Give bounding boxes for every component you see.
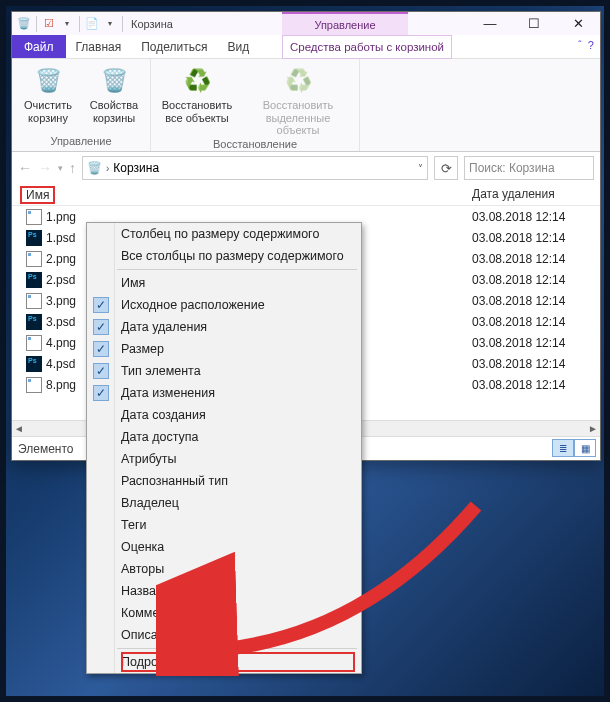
maximize-button[interactable]: ☐ (512, 12, 556, 35)
address-bar[interactable]: 🗑️ › Корзина ˅ (82, 156, 428, 180)
search-input[interactable]: Поиск: Корзина (464, 156, 594, 180)
chevron-right-icon: › (106, 163, 109, 174)
menu-column-toggle[interactable]: Дата доступа (87, 426, 361, 448)
check-icon: ✓ (93, 297, 109, 313)
navigation-bar: ← → ▾ ↑ 🗑️ › Корзина ˅ ⟳ Поиск: Корзина (12, 152, 600, 184)
menu-column-toggle[interactable]: ✓Дата удаления (87, 316, 361, 338)
file-deleted-date: 03.08.2018 12:14 (472, 378, 565, 392)
back-button[interactable]: ← (18, 160, 32, 176)
menu-column-toggle[interactable]: Описание файла (87, 624, 361, 646)
file-icon (26, 272, 42, 288)
column-header-name[interactable]: Имя (20, 186, 55, 204)
contextual-tab-header: Управление (282, 12, 408, 35)
ribbon-tabs: Файл Главная Поделиться Вид Средства раб… (12, 35, 600, 59)
menu-column-toggle[interactable]: Атрибуты (87, 448, 361, 470)
window-title: Корзина (131, 18, 173, 30)
menu-size-all-columns[interactable]: Все столбцы по размеру содержимого (87, 245, 361, 267)
tab-file[interactable]: Файл (12, 35, 66, 58)
menu-column-toggle[interactable]: Дата создания (87, 404, 361, 426)
menu-column-toggle[interactable]: ✓Исходное расположение (87, 294, 361, 316)
empty-recycle-button[interactable]: 🗑️ Очистить корзину (18, 63, 78, 134)
file-icon (26, 377, 42, 393)
group-label-manage: Управление (50, 134, 111, 149)
tab-recycle-tools[interactable]: Средства работы с корзиной (282, 35, 452, 59)
quick-access-toolbar: 🗑️ ☑ ▾ 📄 ▾ (12, 16, 125, 32)
ribbon: 🗑️ Очистить корзину 🗑️ Свойства корзины … (12, 59, 600, 152)
tab-share[interactable]: Поделиться (131, 35, 217, 58)
tab-home[interactable]: Главная (66, 35, 132, 58)
file-deleted-date: 03.08.2018 12:14 (472, 315, 565, 329)
titlebar: 🗑️ ☑ ▾ 📄 ▾ Корзина Управление ― ☐ ✕ (12, 12, 600, 35)
file-deleted-date: 03.08.2018 12:14 (472, 294, 565, 308)
menu-more-columns[interactable]: Подробнее... (87, 651, 361, 673)
file-icon (26, 293, 42, 309)
checkbox-icon[interactable]: ☑ (41, 16, 57, 32)
check-icon: ✓ (93, 363, 109, 379)
menu-column-toggle[interactable]: Владелец (87, 492, 361, 514)
recycle-bin-icon: 🗑️ (16, 16, 32, 32)
menu-column-toggle[interactable]: Авторы (87, 558, 361, 580)
tab-view[interactable]: Вид (217, 35, 259, 58)
details-view-button[interactable]: ≣ (552, 439, 574, 457)
menu-column-toggle[interactable]: Распознанный тип (87, 470, 361, 492)
check-icon: ✓ (93, 319, 109, 335)
file-deleted-date: 03.08.2018 12:14 (472, 357, 565, 371)
ribbon-collapse-icon[interactable]: ˆ ? (578, 39, 594, 51)
restore-selected-button: ♻️ Восстановить выделенные объекты (243, 63, 353, 137)
properties-icon: 🗑️ (98, 65, 130, 97)
file-icon (26, 251, 42, 267)
file-deleted-date: 03.08.2018 12:14 (472, 231, 565, 245)
close-button[interactable]: ✕ (556, 12, 600, 35)
minimize-button[interactable]: ― (468, 12, 512, 35)
folder-icon: 📄 (84, 16, 100, 32)
file-deleted-date: 03.08.2018 12:14 (472, 336, 565, 350)
menu-column-toggle[interactable]: Название (87, 580, 361, 602)
restore-selected-icon: ♻️ (282, 65, 314, 97)
menu-column-toggle[interactable]: Оценка (87, 536, 361, 558)
menu-column-toggle[interactable]: ✓Размер (87, 338, 361, 360)
file-icon (26, 335, 42, 351)
empty-bin-icon: 🗑️ (32, 65, 64, 97)
restore-all-button[interactable]: ♻️ Восстановить все объекты (157, 63, 237, 137)
column-header-row: Имя Дата удаления (12, 184, 600, 206)
menu-column-toggle[interactable]: ✓Дата изменения (87, 382, 361, 404)
recycle-bin-icon: 🗑️ (87, 161, 102, 175)
column-header-deleted-date[interactable]: Дата удаления (472, 187, 555, 201)
breadcrumb[interactable]: Корзина (113, 161, 159, 175)
check-icon: ✓ (93, 341, 109, 357)
file-icon (26, 230, 42, 246)
refresh-button[interactable]: ⟳ (434, 156, 458, 180)
file-deleted-date: 03.08.2018 12:14 (472, 273, 565, 287)
down-caret-icon[interactable]: ▾ (102, 16, 118, 32)
file-icon (26, 209, 42, 225)
file-icon (26, 356, 42, 372)
down-caret-icon[interactable]: ▾ (59, 16, 75, 32)
menu-size-column[interactable]: Столбец по размеру содержимого (87, 223, 361, 245)
menu-column-toggle[interactable]: ✓Тип элемента (87, 360, 361, 382)
up-button[interactable]: ↑ (69, 160, 76, 176)
recent-locations-button[interactable]: ▾ (58, 163, 63, 173)
address-dropdown-icon[interactable]: ˅ (418, 163, 423, 174)
column-context-menu: Столбец по размеру содержимого Все столб… (86, 222, 362, 674)
menu-column-toggle[interactable]: Комментарии (87, 602, 361, 624)
file-icon (26, 314, 42, 330)
menu-column-toggle[interactable]: Теги (87, 514, 361, 536)
status-item-count: Элементо (18, 442, 74, 456)
bin-properties-button[interactable]: 🗑️ Свойства корзины (84, 63, 144, 134)
menu-column-toggle[interactable]: Имя (87, 272, 361, 294)
check-icon: ✓ (93, 385, 109, 401)
forward-button[interactable]: → (38, 160, 52, 176)
file-deleted-date: 03.08.2018 12:14 (472, 210, 565, 224)
icons-view-button[interactable]: ▦ (574, 439, 596, 457)
file-deleted-date: 03.08.2018 12:14 (472, 252, 565, 266)
group-label-restore: Восстановление (213, 137, 297, 152)
restore-all-icon: ♻️ (181, 65, 213, 97)
